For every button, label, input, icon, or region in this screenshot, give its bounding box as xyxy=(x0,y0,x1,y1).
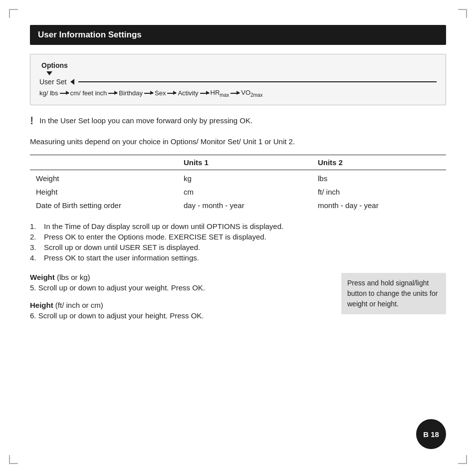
flow-arrow-1 xyxy=(60,93,69,94)
table-row: Height cm ft/ inch xyxy=(30,185,446,199)
user-set-label: User Set xyxy=(39,78,66,86)
flow-vo2-label: VO2max xyxy=(241,89,262,98)
step-text-3: Scroll up or down until USER SET is disp… xyxy=(44,243,200,251)
note-box-text: Press and hold signal/light button to ch… xyxy=(347,279,438,308)
flow-birthday: Birthday xyxy=(119,89,143,97)
flow-activity: Activity xyxy=(178,89,198,97)
arrow-line-3 xyxy=(144,93,153,94)
flow-cm-label: cm/ feet inch xyxy=(70,89,107,97)
step-text-4: Press OK to start the user information s… xyxy=(44,253,199,262)
table-col-label xyxy=(30,155,178,170)
table-cell-units1: day - month - year xyxy=(178,199,312,212)
user-set-row: User Set xyxy=(39,78,437,86)
page-badge-label: B 18 xyxy=(423,430,439,439)
corner-mark-tl xyxy=(9,9,18,18)
height-label-bold: Height xyxy=(30,301,53,309)
flow-arrow-3 xyxy=(144,93,153,94)
weight-text-col: Weight (lbs or kg) 5. Scroll up or down … xyxy=(30,273,332,329)
table-cell-units2: month - day - year xyxy=(312,199,446,212)
arrow-left-icon xyxy=(70,79,74,85)
arrow-line-2 xyxy=(108,93,117,94)
flow-vo2: VO2max xyxy=(241,89,262,98)
corner-mark-bl xyxy=(9,455,18,464)
height-step-text: Scroll up or down to adjust your height.… xyxy=(38,311,204,320)
weight-step-text: Scroll up or down to adjust your weight.… xyxy=(38,283,205,292)
table-row: Date of Birth setting order day - month … xyxy=(30,199,446,212)
flow-hr-label: HRmax xyxy=(211,89,230,98)
table-cell-label: Weight xyxy=(30,170,178,185)
options-label: Options xyxy=(41,61,437,69)
arrow-line-1 xyxy=(60,93,69,94)
note-row: ! In the User Set loop you can move forw… xyxy=(30,115,446,127)
flow-arrow-2 xyxy=(108,93,117,94)
corner-mark-tr xyxy=(458,9,467,18)
list-item: 1. In the Time of Day display scroll up … xyxy=(30,222,446,231)
weight-section: Weight (lbs or kg) 5. Scroll up or down … xyxy=(30,273,446,329)
flow-arrow-6 xyxy=(231,93,239,94)
height-label-rest: (ft/ inch or cm) xyxy=(53,301,103,309)
page-badge: B 18 xyxy=(416,419,446,449)
steps-list: 1. In the Time of Day display scroll up … xyxy=(30,222,446,262)
note-text: In the User Set loop you can move forwar… xyxy=(39,115,252,127)
header-title-text: User Information Settings xyxy=(38,30,142,39)
arrow-line-5 xyxy=(200,93,209,94)
weight-label-bold: Weight xyxy=(30,273,55,281)
flow-hr: HRmax xyxy=(211,89,230,98)
table-row: Weight kg lbs xyxy=(30,170,446,185)
table-cell-units1: kg xyxy=(178,170,312,185)
flow-cm: cm/ feet inch xyxy=(70,89,107,97)
weight-label: Weight (lbs or kg) xyxy=(30,273,332,281)
list-item: 2. Press OK to enter the Options mode. E… xyxy=(30,233,446,241)
corner-mark-br xyxy=(458,455,467,464)
hr-sub: max xyxy=(220,92,229,98)
flow-kglbs: kg/ lbs xyxy=(39,89,58,97)
step-num-3: 3. xyxy=(30,243,41,251)
table-cell-units1: cm xyxy=(178,185,312,199)
measuring-text: Measuring units depend on your choice in… xyxy=(30,137,446,146)
list-item: 3. Scroll up or down until USER SET is d… xyxy=(30,243,446,251)
table-cell-label: Height xyxy=(30,185,178,199)
arrow-line-4 xyxy=(167,93,176,94)
weight-step: 5. Scroll up or down to adjust your weig… xyxy=(30,283,332,292)
height-step-num: 6. xyxy=(30,311,36,320)
vo2-sub: 2max xyxy=(250,92,262,98)
flow-kglbs-label: kg/ lbs xyxy=(39,89,58,97)
page-title: User Information Settings xyxy=(30,25,446,45)
table-cell-label: Date of Birth setting order xyxy=(30,199,178,212)
step-num-2: 2. xyxy=(30,233,41,241)
height-label: Height (ft/ inch or cm) xyxy=(30,301,332,309)
units-table: Units 1 Units 2 Weight kg lbs Height cm … xyxy=(30,155,446,212)
flow-activity-label: Activity xyxy=(178,89,198,97)
flow-row: kg/ lbs cm/ feet inch Birthday Sex xyxy=(39,89,437,98)
step-text-2: Press OK to enter the Options mode. EXER… xyxy=(44,233,266,241)
weight-step-num: 5. xyxy=(30,283,36,292)
diagram-box: Options User Set kg/ lbs cm/ feet inch B… xyxy=(30,54,446,105)
note-icon: ! xyxy=(30,114,33,127)
down-arrow-icon xyxy=(46,71,52,75)
step-num-1: 1. xyxy=(30,222,41,231)
right-line xyxy=(78,81,437,82)
list-item: 4. Press OK to start the user informatio… xyxy=(30,253,446,262)
step-text-1: In the Time of Day display scroll up or … xyxy=(44,222,283,231)
arrow-line-6 xyxy=(231,93,239,94)
flow-arrow-5 xyxy=(200,93,209,94)
height-step: 6. Scroll up or down to adjust your heig… xyxy=(30,311,332,320)
flow-sex-label: Sex xyxy=(155,89,166,97)
flow-birthday-label: Birthday xyxy=(119,89,143,97)
weight-label-rest: (lbs or kg) xyxy=(55,273,90,281)
flow-arrow-4 xyxy=(167,93,176,94)
note-box: Press and hold signal/light button to ch… xyxy=(341,273,446,314)
table-col-units1: Units 1 xyxy=(178,155,312,170)
step-num-4: 4. xyxy=(30,253,41,262)
flow-sex: Sex xyxy=(155,89,166,97)
table-col-units2: Units 2 xyxy=(312,155,446,170)
table-cell-units2: lbs xyxy=(312,170,446,185)
table-cell-units2: ft/ inch xyxy=(312,185,446,199)
